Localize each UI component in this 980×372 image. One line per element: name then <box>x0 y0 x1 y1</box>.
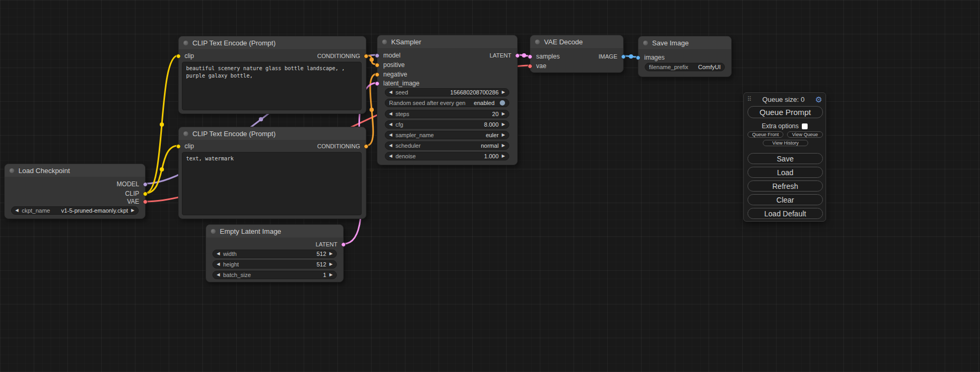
input-slot-samples: samples <box>528 52 560 61</box>
random-seed-toggle-widget[interactable]: Random seed after every gen enabled <box>385 99 509 107</box>
node-header[interactable]: CLIP Text Encode (Prompt) <box>179 36 366 49</box>
decrement-arrow-icon[interactable]: ◀ <box>389 154 392 158</box>
output-slot-latent: LATENT <box>490 51 520 60</box>
refresh-button[interactable]: Refresh <box>748 180 823 192</box>
image-port-icon[interactable] <box>636 55 641 60</box>
node-clip-text-encode-negative[interactable]: CLIP Text Encode (Prompt) clip CONDITION… <box>178 127 366 219</box>
image-port-icon[interactable] <box>621 54 626 59</box>
queue-front-button[interactable]: Queue Front <box>748 131 783 138</box>
seed-widget[interactable]: ◀ seed 156680208700286 ▶ <box>385 88 509 97</box>
node-header[interactable]: Empty Latent Image <box>206 225 343 237</box>
node-load-checkpoint[interactable]: Load Checkpoint MODEL CLIP VAE ◀ ckpt_na… <box>4 164 145 219</box>
model-port-icon[interactable] <box>375 53 380 58</box>
steps-widget[interactable]: ◀ steps 20 ▶ <box>385 110 509 118</box>
widget-label: height <box>223 261 239 268</box>
slot-label: IMAGE <box>599 53 617 60</box>
collapse-dot[interactable] <box>9 168 14 173</box>
node-header[interactable]: KSampler <box>377 35 517 48</box>
collapse-dot[interactable] <box>183 131 188 136</box>
conditioning-port-icon[interactable] <box>364 54 368 59</box>
ckpt-name-widget[interactable]: ◀ ckpt_name v1-5-pruned-emaonly.ckpt ▶ <box>11 206 139 215</box>
node-ksampler[interactable]: KSampler model positive negative latent_… <box>377 35 518 165</box>
sampler-name-widget[interactable]: ◀ sampler_name euler ▶ <box>385 131 509 139</box>
widget-value: normal <box>481 142 499 149</box>
decrement-arrow-icon[interactable]: ◀ <box>389 90 392 94</box>
widget-label: seed <box>395 89 408 96</box>
increment-arrow-icon[interactable]: ▶ <box>131 208 134 213</box>
queue-prompt-button[interactable]: Queue Prompt <box>748 106 823 118</box>
decrement-arrow-icon[interactable]: ◀ <box>217 262 220 266</box>
latent-port-icon[interactable] <box>515 53 520 58</box>
extra-options-checkbox[interactable] <box>802 123 808 129</box>
slot-label: model <box>383 52 401 59</box>
wire-midpoint-dot <box>259 117 263 121</box>
node-header[interactable]: CLIP Text Encode (Prompt) <box>179 127 366 140</box>
denoise-widget[interactable]: ◀ denoise 1.000 ▶ <box>385 152 509 160</box>
node-header[interactable]: Save Image <box>638 36 731 49</box>
height-widget[interactable]: ◀ height 512 ▶ <box>212 260 337 269</box>
latent-port-icon[interactable] <box>375 81 380 86</box>
decrement-arrow-icon[interactable]: ◀ <box>389 133 392 137</box>
increment-arrow-icon[interactable]: ▶ <box>502 144 505 148</box>
queue-size-label: Queue size: 0 <box>752 96 816 103</box>
output-slot-conditioning: CONDITIONING <box>317 142 368 150</box>
clip-port-icon[interactable] <box>176 144 181 149</box>
node-clip-text-encode-positive[interactable]: CLIP Text Encode (Prompt) clip CONDITION… <box>178 36 366 114</box>
prompt-textarea[interactable]: text, watermark <box>182 152 362 215</box>
conditioning-port-icon[interactable] <box>364 144 368 149</box>
collapse-dot[interactable] <box>643 41 648 45</box>
latent-port-icon[interactable] <box>528 54 532 59</box>
collapse-dot[interactable] <box>183 41 188 45</box>
increment-arrow-icon[interactable]: ▶ <box>502 90 505 94</box>
load-default-button[interactable]: Load Default <box>748 208 823 219</box>
increment-arrow-icon[interactable]: ▶ <box>329 262 333 266</box>
decrement-arrow-icon[interactable]: ◀ <box>15 208 18 213</box>
view-history-button[interactable]: View History <box>763 140 808 146</box>
decrement-arrow-icon[interactable]: ◀ <box>389 122 392 127</box>
width-widget[interactable]: ◀ width 512 ▶ <box>212 250 337 258</box>
load-button[interactable]: Load <box>748 167 823 178</box>
decrement-arrow-icon[interactable]: ◀ <box>389 112 392 116</box>
batch-size-widget[interactable]: ◀ batch_size 1 ▶ <box>212 271 337 279</box>
widget-label: batch_size <box>223 272 251 278</box>
scheduler-widget[interactable]: ◀ scheduler normal ▶ <box>385 141 509 150</box>
decrement-arrow-icon[interactable]: ◀ <box>217 273 220 277</box>
collapse-dot[interactable] <box>211 229 216 234</box>
clip-port-icon[interactable] <box>176 54 181 59</box>
save-button[interactable]: Save <box>748 153 823 164</box>
wire-midpoint-dot <box>160 167 164 171</box>
conditioning-port-icon[interactable] <box>375 72 380 77</box>
wire-midpoint-dot <box>629 54 633 59</box>
node-header[interactable]: VAE Decode <box>530 35 623 48</box>
filename-prefix-widget[interactable]: filename_prefix ComfyUI <box>645 63 725 71</box>
increment-arrow-icon[interactable]: ▶ <box>329 252 333 256</box>
collapse-dot[interactable] <box>382 40 387 44</box>
toggle-knob-icon[interactable] <box>500 100 505 106</box>
latent-port-icon[interactable] <box>341 242 346 247</box>
clip-port-icon[interactable] <box>143 192 148 196</box>
increment-arrow-icon[interactable]: ▶ <box>502 112 505 116</box>
view-queue-button[interactable]: View Queue <box>787 131 823 138</box>
decrement-arrow-icon[interactable]: ◀ <box>389 144 392 148</box>
prompt-textarea[interactable]: beautiful scenery nature glass bottle la… <box>182 62 362 110</box>
drag-handle-icon[interactable]: ⠿ <box>747 96 752 103</box>
model-port-icon[interactable] <box>143 182 148 187</box>
increment-arrow-icon[interactable]: ▶ <box>502 122 505 127</box>
collapse-dot[interactable] <box>535 40 540 44</box>
increment-arrow-icon[interactable]: ▶ <box>502 154 505 158</box>
node-save-image[interactable]: Save Image images filename_prefix ComfyU… <box>638 36 732 77</box>
vae-port-icon[interactable] <box>528 64 532 69</box>
cfg-widget[interactable]: ◀ cfg 8.000 ▶ <box>385 120 509 129</box>
menu-header: ⠿ Queue size: 0 ⚙ <box>747 95 822 103</box>
decrement-arrow-icon[interactable]: ◀ <box>217 252 220 256</box>
increment-arrow-icon[interactable]: ▶ <box>329 273 333 277</box>
clear-button[interactable]: Clear <box>748 194 823 205</box>
vae-port-icon[interactable] <box>143 199 148 204</box>
node-vae-decode[interactable]: VAE Decode samples vae IMAGE <box>530 35 624 73</box>
increment-arrow-icon[interactable]: ▶ <box>502 133 505 137</box>
node-header[interactable]: Load Checkpoint <box>5 164 145 177</box>
node-title: VAE Decode <box>544 38 583 46</box>
settings-gear-icon[interactable]: ⚙ <box>816 96 822 103</box>
conditioning-port-icon[interactable] <box>375 63 380 68</box>
node-empty-latent-image[interactable]: Empty Latent Image LATENT ◀ width 512 ▶ … <box>206 224 344 282</box>
